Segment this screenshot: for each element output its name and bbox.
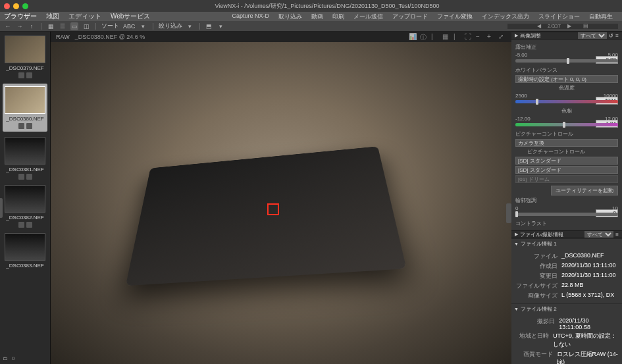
fullscreen-icon[interactable]: ⤢: [498, 33, 506, 41]
thumbnail-strip: _DSC0379.NEF _DSC0380.NEF _DSC0381.NEF _…: [0, 32, 51, 364]
thumbnail-image[interactable]: [5, 185, 45, 213]
pc-option-3: [01] ドリーム: [515, 175, 618, 183]
chevron-down-icon: ▶: [515, 232, 518, 237]
nav-fwd-icon[interactable]: →: [16, 22, 24, 30]
pc-option-2[interactable]: [SD] スタンダード: [515, 166, 618, 174]
tray-count: 0: [12, 355, 14, 361]
thumb-item[interactable]: _DSC0383.NEF: [3, 233, 47, 269]
menu-autoplay[interactable]: 自動再生: [589, 13, 613, 21]
file-info-1: ファイル_DSC0380.NEF 作成日2020/11/30 13:11:00 …: [511, 249, 622, 303]
thumb-item[interactable]: _DSC0379.NEF: [3, 36, 47, 78]
menu-import[interactable]: 取り込み: [278, 13, 302, 21]
adjustments-panel: ▶ 画像調整 すべて ↺ ≡ 露出補正 -5.005.00 0.00 ホワイトバ…: [511, 32, 622, 364]
nav-back-icon[interactable]: ←: [4, 22, 12, 30]
sharp-label: 輪郭強調: [515, 197, 618, 204]
tag-dropdown-icon[interactable]: ▾: [217, 22, 225, 30]
section-file-info[interactable]: ▶ ファイル/撮影情報 すべて ≡: [511, 230, 622, 238]
tint-slider[interactable]: -12.0012.00 -1.04: [515, 116, 618, 126]
menu-upload[interactable]: アップロード: [392, 13, 428, 21]
zoom-in-icon[interactable]: +: [487, 33, 495, 41]
tab-edit[interactable]: エディット: [68, 12, 101, 21]
focus-point-indicator: [267, 203, 279, 215]
view-thumb-icon[interactable]: ▦: [47, 22, 55, 30]
minimize-icon[interactable]: [13, 3, 19, 9]
next-image-icon[interactable]: ▶: [567, 23, 571, 29]
reset-icon[interactable]: ↺: [609, 33, 613, 39]
info-icon[interactable]: ⓘ: [420, 33, 428, 41]
wb-mode-select[interactable]: 撮影時の設定 (オート 0, 0, 0): [515, 75, 618, 83]
fileinfo-preset[interactable]: すべて: [584, 231, 613, 238]
menu-slideshow[interactable]: スライドショー: [538, 13, 580, 21]
image-canvas[interactable]: [51, 42, 511, 364]
exposure-slider[interactable]: -5.005.00 0.00: [515, 52, 618, 63]
histogram-icon[interactable]: 📊: [409, 33, 417, 41]
menu-print[interactable]: 印刷: [332, 13, 344, 21]
sharp-slider[interactable]: 010 0: [515, 205, 618, 216]
raw-badge: RAW: [56, 34, 70, 40]
subsection-file2[interactable]: ▼ファイル情報 2: [511, 303, 622, 314]
filter-label[interactable]: 絞り込み: [159, 22, 182, 30]
thumbnail-image[interactable]: [5, 137, 45, 165]
wb-label: ホワイトバランス: [515, 66, 618, 74]
thumb-item[interactable]: _DSC0382.NEF: [3, 185, 47, 228]
vert-sep: |: [431, 33, 439, 41]
main-tabs: ブラウザー 地図 エディット Webサービス Capture NX-D 取り込み…: [0, 12, 622, 21]
section-image-adjust[interactable]: ▶ 画像調整 すべて ↺ ≡: [511, 32, 622, 39]
tray-icon[interactable]: 🗀: [3, 355, 8, 361]
tab-browser[interactable]: ブラウザー: [4, 12, 37, 21]
contrast-label: コントラスト: [515, 220, 618, 227]
sort-mode[interactable]: ABC: [123, 23, 136, 30]
pc-option-1[interactable]: [SD] スタンダード: [515, 157, 618, 165]
menu-movie[interactable]: 動画: [311, 13, 323, 21]
toolbar: ← → ↑ ▦ ☰ ▭ ◫ ソート ABC ▾ 絞り込み ▾ ⬒ ▾ ◀ 2/3…: [0, 21, 622, 32]
thumbnail-image[interactable]: [5, 86, 45, 114]
window-title: ViewNX-i - /Volumes/研究/1_Pictures/Pictur…: [36, 2, 618, 11]
view-compare-icon[interactable]: ◫: [82, 22, 90, 30]
tag-icon[interactable]: ⬒: [205, 22, 213, 30]
menu-index[interactable]: インデックス出力: [482, 13, 529, 21]
nav-up-icon[interactable]: ↑: [28, 22, 36, 30]
menu-mail[interactable]: メール送信: [353, 13, 383, 21]
tab-map[interactable]: 地図: [46, 12, 59, 21]
temp-slider[interactable]: 250010000 4034: [515, 93, 618, 103]
section-title: ファイル/撮影情報: [520, 231, 563, 238]
picture-control-select[interactable]: カメラ互換: [515, 139, 618, 147]
picture-control-label: ピクチャーコントロール: [515, 130, 618, 138]
menu-convert[interactable]: ファイル変換: [437, 13, 473, 21]
thumb-label: _DSC0383.NEF: [3, 263, 47, 269]
thumb-item[interactable]: _DSC0381.NEF: [3, 137, 47, 180]
thumbnail-image[interactable]: [5, 233, 45, 261]
thumb-label: _DSC0380.NEF: [4, 116, 46, 122]
close-icon[interactable]: [4, 3, 10, 9]
view-single-icon[interactable]: ▭: [70, 22, 78, 30]
left-panel-handle[interactable]: [0, 198, 3, 218]
menu-capture-nxd[interactable]: Capture NX-D: [232, 13, 269, 21]
counter-menu-icon[interactable]: ▤: [583, 23, 588, 29]
launch-utility-button[interactable]: ユーティリティーを起動: [551, 186, 618, 195]
menu-icon[interactable]: ≡: [615, 33, 619, 39]
chevron-down-icon: ▶: [515, 33, 518, 38]
view-list-icon[interactable]: ☰: [59, 22, 66, 30]
image-counter: 2/337: [548, 23, 561, 29]
sort-dir-icon[interactable]: ▾: [140, 22, 147, 30]
grid-icon[interactable]: ▦: [442, 33, 450, 41]
titlebar: ViewNX-i - /Volumes/研究/1_Pictures/Pictur…: [0, 0, 622, 12]
filter-dropdown-icon[interactable]: ▾: [186, 22, 194, 30]
top-menu: Capture NX-D 取り込み 動画 印刷 メール送信 アップロード ファイ…: [232, 13, 618, 21]
zoom-fit-icon[interactable]: ⛶: [465, 33, 473, 41]
thumb-item-selected[interactable]: _DSC0380.NEF: [3, 84, 47, 132]
subsection-file1[interactable]: ▼ファイル情報 1: [511, 238, 622, 249]
exposure-label: 露出補正: [515, 43, 618, 51]
zoom-out-icon[interactable]: −: [476, 33, 484, 41]
section-title: 画像調整: [520, 32, 541, 39]
viewer-info-bar: RAW _DSC0380.NEF @ 24.6 % 📊 ⓘ | ▦ | ⛶ − …: [51, 32, 511, 42]
menu-icon[interactable]: ≡: [615, 232, 619, 238]
zoom-icon[interactable]: [22, 3, 28, 9]
prev-image-icon[interactable]: ◀: [537, 23, 541, 29]
thumb-label: _DSC0379.NEF: [3, 65, 47, 71]
file-info-2: 撮影日2020/11/30 13:11:00.58 地域と日時UTC+9, 夏時…: [511, 314, 622, 364]
preset-select[interactable]: すべて: [578, 32, 607, 39]
thumbnail-image[interactable]: [5, 36, 45, 63]
tab-web[interactable]: Webサービス: [111, 12, 150, 21]
right-panel-handle[interactable]: [506, 203, 511, 223]
